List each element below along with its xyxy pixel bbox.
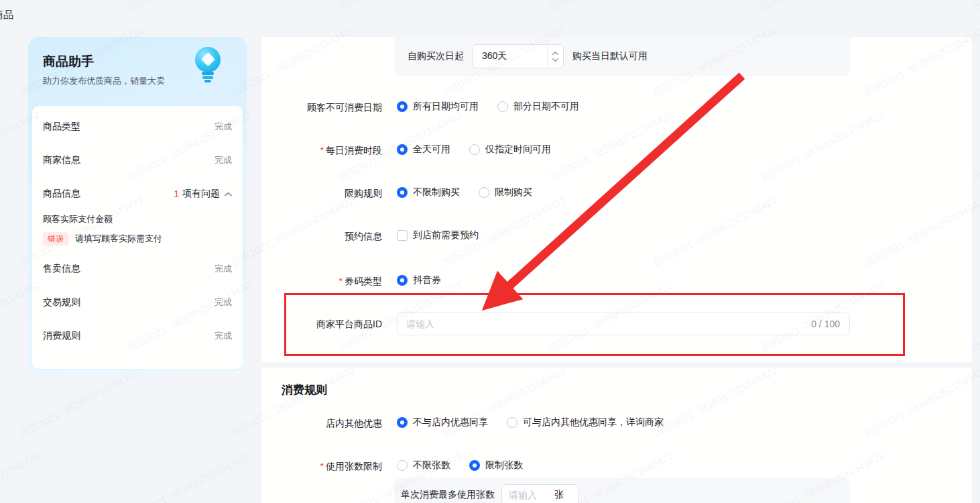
stepper-down-icon[interactable]	[552, 58, 558, 62]
item-status: 完成	[215, 154, 232, 166]
watermark-text: 田田2021: 3839952521543422	[19, 364, 146, 440]
radio-no-purchase-limit[interactable]: 不限制购买	[397, 186, 460, 199]
watermark-text: 田田2021: 3839952521543422	[126, 0, 253, 14]
required-mark: *	[320, 461, 324, 471]
radio-selected-icon[interactable]	[469, 460, 480, 471]
checkbox-icon[interactable]	[397, 230, 408, 241]
row-label: 券码类型	[345, 276, 382, 286]
form-section-consume: 消费规则 店内其他优惠 不与店内优惠同享 可与店内其他优惠同享，详询商家 *使用…	[261, 368, 972, 503]
row-usage-count-limit: *使用张数限制 不限张数 限制张数	[261, 459, 972, 473]
issue-count: 1	[174, 188, 179, 199]
checklist-item-sale-info[interactable]: 售卖信息 完成	[43, 252, 232, 286]
watermark-text: 田田2021: 3839952521543422	[759, 0, 887, 14]
error-badge: 错误	[43, 232, 68, 245]
chevron-up-icon[interactable]	[225, 192, 232, 197]
validity-label: 自购买次日起	[408, 50, 464, 62]
max-usage-input[interactable]	[509, 490, 550, 500]
form-section-trade: 自购买次日起 360天 购买当日默认可用 顾客不可消费日期 所有日期均可用 部分…	[261, 37, 972, 362]
row-label: 使用张数限制	[326, 461, 382, 471]
item-label: 交易规则	[43, 296, 80, 309]
max-usage-label: 单次消费最多使用张数	[401, 488, 495, 501]
product-id-input[interactable]	[406, 319, 806, 329]
radio-purchase-limited[interactable]: 限制购买	[479, 186, 532, 199]
max-usage-subpanel: 单次消费最多使用张数 张	[394, 478, 850, 503]
product-id-field[interactable]: 0 / 100	[397, 313, 850, 335]
radio-specified-time[interactable]: 仅指定时间可用	[469, 144, 551, 156]
validity-days-stepper[interactable]: 360天	[473, 44, 564, 68]
radio-limited-count[interactable]: 限制张数	[469, 459, 523, 471]
row-purchase-limit: 限购规则 不限制购买 限制购买	[261, 186, 972, 200]
checkbox-need-reservation[interactable]: 到店前需要预约	[397, 229, 479, 241]
issue-text: 项有问题	[182, 188, 220, 200]
radio-selected-icon[interactable]	[397, 275, 408, 286]
breadcrumb[interactable]: 商品	[0, 9, 13, 21]
checklist-item-merchant-info[interactable]: 商家信息 完成	[43, 144, 232, 177]
required-mark: *	[320, 145, 324, 156]
row-label: 限购规则	[261, 186, 382, 200]
radio-selected-icon[interactable]	[397, 144, 408, 155]
item-status: 完成	[215, 330, 232, 342]
item-issue-status[interactable]: 1 项有问题	[174, 188, 232, 200]
item-status: 完成	[215, 296, 232, 309]
error-field-name: 顾客实际支付金额	[43, 212, 232, 227]
item-status: 完成	[215, 263, 232, 275]
radio-not-shared-discount[interactable]: 不与店内优惠同享	[397, 416, 488, 429]
validity-days-value: 360天	[482, 50, 507, 62]
radio-selected-icon[interactable]	[397, 187, 408, 198]
row-coupon-type: *券码类型 抖音券	[261, 274, 972, 288]
watermark-text: 田田2021: 3839952521543422	[548, 0, 676, 14]
assistant-title: 商品助手	[43, 53, 94, 70]
checklist-item-product-info[interactable]: 商品信息 1 项有问题	[43, 177, 232, 211]
item-label: 消费规则	[43, 330, 80, 342]
product-assistant-card: 商品助手 助力你发布优质商品，销量大卖 商品类型 完成 商家信息 完成 商品信息…	[28, 37, 247, 374]
radio-unselected-icon[interactable]	[479, 187, 489, 198]
char-counter: 0 / 100	[811, 319, 840, 329]
radio-unselected-icon[interactable]	[507, 417, 517, 428]
item-label: 商品信息	[43, 188, 80, 200]
radio-unselected-icon[interactable]	[397, 460, 408, 471]
item-label: 商家信息	[43, 154, 80, 166]
row-other-discounts: 店内其他优惠 不与店内优惠同享 可与店内其他优惠同享，详询商家	[261, 416, 972, 430]
row-label: 顾客不可消费日期	[261, 101, 382, 114]
watermark-text: 田田2021: 3839952521543422	[126, 449, 253, 503]
error-message[interactable]: 请填写顾客实际需支付	[75, 233, 162, 245]
radio-unlimited-count[interactable]: 不限张数	[397, 459, 450, 471]
watermark-text: 田田2021: 3839952521543422	[0, 449, 42, 503]
stepper-controls[interactable]	[547, 45, 563, 68]
radio-unselected-icon[interactable]	[497, 101, 508, 112]
watermark-text: 田田2021: 3839952521543422	[337, 0, 465, 14]
row-unavailable-dates: 顾客不可消费日期 所有日期均可用 部分日期不可用	[261, 101, 972, 114]
checklist-item-product-type[interactable]: 商品类型 完成	[43, 110, 232, 144]
unit-suffix: 张	[554, 489, 564, 501]
error-detail-block: 顾客实际支付金额 错误 请填写顾客实际需支付	[43, 211, 232, 252]
radio-unselected-icon[interactable]	[469, 144, 480, 155]
assistant-subtitle: 助力你发布优质商品，销量大卖	[43, 75, 165, 87]
checklist-item-trade-rules[interactable]: 交易规则 完成	[43, 286, 232, 319]
row-label: 商家平台商品ID	[261, 313, 382, 335]
checklist-item-consume-rules[interactable]: 消费规则 完成	[43, 319, 232, 353]
section-heading: 消费规则	[282, 382, 327, 398]
radio-selected-icon[interactable]	[397, 101, 408, 112]
radio-all-dates-available[interactable]: 所有日期均可用	[397, 101, 479, 113]
radio-douyin-coupon[interactable]: 抖音券	[397, 274, 441, 286]
row-label: 店内其他优惠	[261, 416, 382, 430]
item-label: 商品类型	[43, 121, 80, 133]
watermark-text: 田田2021: 3839952521543422	[971, 0, 980, 14]
required-mark: *	[339, 276, 343, 286]
validity-subpanel: 自购买次日起 360天 购买当日默认可用	[394, 37, 850, 76]
radio-partial-dates-unavailable[interactable]: 部分日期不可用	[497, 101, 579, 113]
max-usage-field[interactable]: 张	[501, 484, 579, 503]
row-daily-time: *每日消费时段 全天可用 仅指定时间可用	[261, 144, 972, 157]
radio-shared-discount[interactable]: 可与店内其他优惠同享，详询商家	[507, 416, 664, 429]
row-label: 预约信息	[261, 229, 382, 243]
lightbulb-icon	[190, 45, 225, 82]
row-label: 每日消费时段	[326, 145, 382, 156]
radio-selected-icon[interactable]	[397, 417, 408, 428]
assistant-checklist: 商品类型 完成 商家信息 完成 商品信息 1 项有问题 顾客实际支付金额 错误 …	[32, 106, 243, 369]
row-platform-product-id: 商家平台商品ID 0 / 100	[261, 313, 972, 335]
item-label: 售卖信息	[43, 263, 80, 275]
stepper-up-icon[interactable]	[552, 52, 558, 55]
row-reservation: 预约信息 到店前需要预约	[261, 229, 972, 243]
radio-all-day[interactable]: 全天可用	[397, 144, 450, 156]
item-status: 完成	[215, 121, 232, 133]
